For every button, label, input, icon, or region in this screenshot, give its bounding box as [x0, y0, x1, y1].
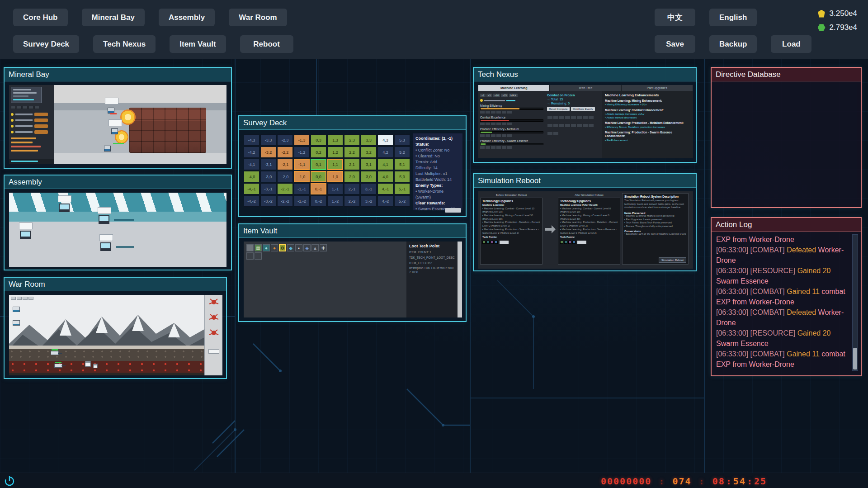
survey-tile--1_0[interactable]: -1,0 [294, 171, 310, 182]
vault-slot-11[interactable] [246, 252, 254, 260]
chip-blank[interactable] [491, 134, 495, 137]
survey-tile-1_-2[interactable]: 1,-2 [327, 195, 343, 207]
lang-button-中文[interactable]: 中文 [655, 9, 695, 26]
nav-button-reboot[interactable]: Reboot [240, 35, 293, 53]
survey-tile-1_-1[interactable]: 1,-1 [327, 183, 343, 194]
survey-tile-0_0[interactable]: 0,0 [311, 171, 326, 182]
survey-tile--4_-1[interactable]: -4,-1 [244, 183, 259, 194]
item-vault-panel-header[interactable]: Item Vault [239, 224, 466, 238]
tech-button-reset-compute[interactable]: Reset Compute [547, 107, 570, 111]
vault-slot-6[interactable]: ◆ [287, 244, 294, 251]
survey-tile-2_0[interactable]: 2,0 [344, 171, 360, 182]
sidebar-button[interactable] [208, 349, 219, 354]
vault-slot-4[interactable]: ● [271, 244, 278, 251]
survey-tile-4_0[interactable]: 4,0 [377, 171, 393, 182]
assembly-thumbnail[interactable] [9, 193, 226, 267]
chip-blank[interactable] [486, 146, 490, 149]
survey-tile-5_1[interactable]: 5,1 [394, 159, 410, 170]
survey-tile-0_1[interactable]: 0,1 [311, 159, 326, 170]
survey-tile-4_3[interactable]: 4,3 [377, 134, 393, 146]
mining-robot[interactable] [104, 146, 111, 152]
chip-blank[interactable] [491, 123, 495, 125]
war-toolbar-chips[interactable] [11, 297, 33, 300]
vault-slot-1[interactable] [246, 244, 254, 251]
simulation-reboot-panel-header[interactable]: Simulation Reboot [474, 174, 696, 188]
survey-tile-0_2[interactable]: 0,2 [311, 147, 326, 158]
survey-tile--1_-1[interactable]: -1,-1 [294, 183, 310, 194]
survey-tile-1_3[interactable]: 1,3 [327, 134, 343, 146]
structure[interactable] [93, 364, 98, 368]
chip-blank[interactable] [507, 134, 512, 137]
chip-blank[interactable] [480, 134, 485, 137]
chip-blank[interactable] [507, 146, 512, 149]
chip-blank[interactable] [491, 111, 495, 114]
nav-button-mineral-bay[interactable]: Mineral Bay [82, 9, 145, 26]
tech-point-chip[interactable] [577, 241, 586, 244]
nav-button-item-vault[interactable]: Item Vault [170, 35, 226, 53]
chip-blank[interactable] [496, 111, 501, 114]
upgrade-row[interactable] [11, 118, 52, 123]
survey-tile-4_-1[interactable]: 4,-1 [377, 183, 393, 194]
survey-tile-0_-2[interactable]: 0,-2 [311, 195, 326, 207]
survey-tile-3_1[interactable]: 3,1 [361, 159, 377, 170]
chip-blank[interactable] [496, 146, 501, 149]
survey-tile--4_0[interactable]: -4,0 [244, 171, 259, 182]
nav-button-assembly[interactable]: Assembly [159, 9, 215, 26]
mineral-bay-panel-header[interactable]: Mineral Bay [5, 68, 231, 81]
survey-tile-3_0[interactable]: 3,0 [361, 171, 377, 182]
survey-tile-0_3[interactable]: 0,3 [311, 134, 326, 146]
chip-blank[interactable] [480, 111, 485, 114]
tech-button-distribute-evenly[interactable]: Distribute Evenly [571, 107, 595, 111]
multiplier-chip-x25[interactable]: x25 [501, 94, 508, 97]
chip-blank[interactable] [496, 123, 501, 125]
ore-field[interactable] [129, 108, 206, 153]
bar-chip-row[interactable] [480, 146, 543, 149]
nav-button-tech-nexus[interactable]: Tech Nexus [93, 35, 156, 53]
multiplier-chip-x5[interactable]: x5 [486, 94, 492, 97]
tech-tab-tech-tree[interactable]: Tech Tree [550, 85, 621, 91]
assembler-machine[interactable] [99, 215, 109, 224]
multiplier-chip-max[interactable]: MAX [509, 94, 518, 97]
survey-tile--4_1[interactable]: -4,1 [244, 159, 259, 170]
survey-tile--3_-2[interactable]: -3,-2 [260, 195, 276, 207]
vault-slot-10[interactable]: ✚ [320, 244, 327, 251]
chip-blank[interactable] [486, 134, 490, 137]
survey-tile-2_3[interactable]: 2,3 [344, 134, 360, 146]
vault-scrollbar[interactable] [458, 242, 462, 317]
survey-tile-2_-1[interactable]: 2,-1 [344, 183, 360, 194]
multiplier-chip-x1[interactable]: x1 [480, 94, 486, 97]
mineral-bay-thumbnail[interactable] [9, 85, 226, 164]
survey-tile--2_2[interactable]: -2,2 [277, 147, 293, 158]
action-log-scrollbar[interactable] [852, 234, 858, 371]
bar-chip-row[interactable] [480, 123, 543, 125]
vault-slot-2[interactable]: ▦ [255, 244, 262, 251]
survey-tile-5_3[interactable]: 5,3 [394, 134, 410, 146]
survey-tile--2_0[interactable]: -2,0 [277, 171, 293, 182]
survey-tile-5_-1[interactable]: 5,-1 [394, 183, 410, 194]
action-log-panel-header[interactable]: Action Log [712, 218, 861, 232]
drone-unit[interactable] [13, 320, 20, 326]
upgrade-row[interactable] [11, 124, 52, 128]
chip-blank[interactable] [486, 111, 490, 114]
survey-tile--3_1[interactable]: -3,1 [260, 159, 276, 170]
tank-unit[interactable] [54, 364, 62, 368]
vault-slot-8[interactable]: ◈ [303, 244, 311, 251]
multiplier-chip-x10[interactable]: x10 [493, 94, 500, 97]
tech-tab-machine-learning[interactable]: Machine Learning [478, 85, 550, 91]
vault-slot-3[interactable]: ● [263, 244, 270, 251]
upgrade-row[interactable] [11, 130, 52, 134]
survey-tile-4_2[interactable]: 4,2 [377, 147, 393, 158]
vault-slot-9[interactable]: ▲ [311, 244, 319, 251]
structure[interactable] [85, 361, 91, 367]
lang-button-english[interactable]: English [709, 9, 757, 26]
survey-tile-3_3[interactable]: 3,3 [361, 134, 377, 146]
survey-tile-2_2[interactable]: 2,2 [344, 147, 360, 158]
nav-button-core-hub[interactable]: Core Hub [13, 9, 68, 26]
survey-tile-5_2[interactable]: 5,2 [394, 147, 410, 158]
drone-unit[interactable] [13, 307, 20, 312]
chip-blank[interactable] [507, 123, 512, 125]
survey-tile--4_2[interactable]: -4,2 [244, 147, 259, 158]
assembler-machine[interactable] [20, 231, 31, 239]
survey-tile-5_-2[interactable]: 5,-2 [394, 195, 410, 207]
tank-unit[interactable] [51, 351, 59, 355]
